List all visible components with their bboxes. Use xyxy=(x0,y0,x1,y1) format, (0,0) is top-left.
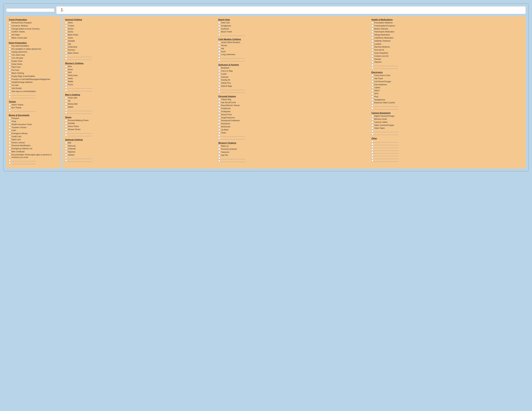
checkbox[interactable] xyxy=(371,124,373,126)
checkbox[interactable] xyxy=(218,59,220,61)
checkbox[interactable] xyxy=(218,45,220,47)
checkbox[interactable] xyxy=(218,47,220,49)
checkbox[interactable] xyxy=(218,91,220,93)
checkbox[interactable] xyxy=(218,102,220,103)
checkbox[interactable] xyxy=(65,97,67,99)
checkbox[interactable] xyxy=(65,142,67,144)
checkbox[interactable] xyxy=(9,63,11,65)
checkbox[interactable] xyxy=(65,106,67,108)
checkbox[interactable] xyxy=(65,28,67,30)
checkbox[interactable] xyxy=(9,72,11,74)
checkbox[interactable] xyxy=(371,90,373,92)
checkbox[interactable] xyxy=(65,109,67,111)
checkbox[interactable] xyxy=(218,148,220,150)
checkbox[interactable] xyxy=(9,66,11,68)
checkbox[interactable] xyxy=(65,49,67,51)
checkbox[interactable] xyxy=(371,34,373,36)
checkbox[interactable] xyxy=(371,99,373,101)
checkbox[interactable] xyxy=(9,48,11,50)
checkbox[interactable] xyxy=(65,52,67,54)
checkbox[interactable] xyxy=(371,143,373,145)
checkbox[interactable] xyxy=(65,145,67,147)
checkbox[interactable] xyxy=(9,22,11,24)
checkbox[interactable] xyxy=(218,114,220,116)
checkbox[interactable] xyxy=(65,89,67,91)
checkbox[interactable] xyxy=(9,60,11,62)
checkbox[interactable] xyxy=(218,41,220,43)
checkbox[interactable] xyxy=(371,46,373,48)
checkbox[interactable] xyxy=(65,71,67,73)
checkbox[interactable] xyxy=(218,54,220,56)
checkbox[interactable] xyxy=(65,65,67,67)
checkbox[interactable] xyxy=(9,142,11,144)
checkbox[interactable] xyxy=(9,84,11,86)
checkbox[interactable] xyxy=(9,37,11,39)
checkbox[interactable] xyxy=(9,117,11,119)
checkbox[interactable] xyxy=(65,122,67,124)
checkbox[interactable] xyxy=(371,58,373,60)
checkbox[interactable] xyxy=(9,120,11,122)
checkbox[interactable] xyxy=(9,78,11,80)
checkbox[interactable] xyxy=(65,159,67,161)
checkbox[interactable] xyxy=(218,123,220,125)
checkbox[interactable] xyxy=(218,157,220,159)
checkbox[interactable] xyxy=(9,159,11,161)
checkbox[interactable] xyxy=(371,77,373,79)
checkbox[interactable] xyxy=(371,49,373,51)
checkbox[interactable] xyxy=(65,31,67,33)
checkbox[interactable] xyxy=(9,145,11,147)
checkbox[interactable] xyxy=(218,28,220,30)
checkbox[interactable] xyxy=(9,69,11,71)
checkbox[interactable] xyxy=(65,148,67,150)
checkbox[interactable] xyxy=(9,132,11,134)
checkbox[interactable] xyxy=(65,55,67,57)
checkbox[interactable] xyxy=(218,34,220,36)
checkbox[interactable] xyxy=(65,120,67,121)
checkbox[interactable] xyxy=(9,136,11,138)
checkbox[interactable] xyxy=(65,25,67,27)
checkbox[interactable] xyxy=(218,120,220,121)
checkbox[interactable] xyxy=(218,151,220,153)
checkbox[interactable] xyxy=(371,55,373,57)
checkbox[interactable] xyxy=(371,149,373,150)
checkbox[interactable] xyxy=(371,154,373,156)
checkbox[interactable] xyxy=(371,115,373,117)
checkbox[interactable] xyxy=(9,130,11,131)
checkbox[interactable] xyxy=(371,64,373,66)
checkbox[interactable] xyxy=(371,81,373,83)
checkbox[interactable] xyxy=(9,54,11,56)
checkbox[interactable] xyxy=(218,129,220,131)
checkbox[interactable] xyxy=(65,40,67,42)
checkbox[interactable] xyxy=(218,145,220,147)
checkbox[interactable] xyxy=(65,125,67,127)
checkbox[interactable] xyxy=(9,123,11,125)
checkbox[interactable] xyxy=(371,127,373,129)
checkbox[interactable] xyxy=(371,86,373,88)
checkbox[interactable] xyxy=(65,157,67,159)
checkbox[interactable] xyxy=(65,75,67,76)
checkbox[interactable] xyxy=(9,75,11,77)
checkbox[interactable] xyxy=(218,104,220,106)
checkbox[interactable] xyxy=(65,34,67,36)
checkbox[interactable] xyxy=(218,98,220,100)
checkbox[interactable] xyxy=(65,86,67,88)
checkbox[interactable] xyxy=(9,96,11,98)
checkbox[interactable] xyxy=(9,151,11,153)
checkbox[interactable] xyxy=(371,133,373,135)
checkbox[interactable] xyxy=(371,140,373,142)
checkbox[interactable] xyxy=(371,121,373,123)
checkbox[interactable] xyxy=(65,68,67,70)
checkbox[interactable] xyxy=(65,151,67,153)
checkbox[interactable] xyxy=(371,75,373,76)
checkbox[interactable] xyxy=(9,93,11,95)
checkbox[interactable] xyxy=(371,43,373,45)
checkbox[interactable] xyxy=(218,88,220,90)
checkbox[interactable] xyxy=(65,77,67,79)
checkbox[interactable] xyxy=(218,56,220,58)
checkbox[interactable] xyxy=(371,28,373,30)
checkbox[interactable] xyxy=(218,25,220,27)
checkbox[interactable] xyxy=(9,25,11,27)
checkbox[interactable] xyxy=(9,110,11,112)
checkbox[interactable] xyxy=(9,148,11,149)
checkbox[interactable] xyxy=(371,151,373,153)
